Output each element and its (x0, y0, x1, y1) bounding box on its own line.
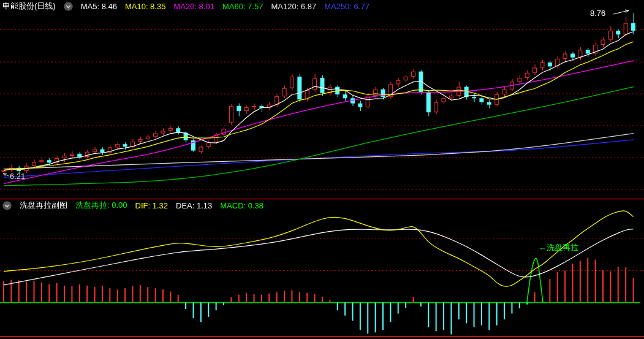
xipan-zaila-value: 洗盘再拉: 0.00 (75, 200, 127, 211)
main-chart-header: 申能股份(日线) MA5: 8.46 MA10: 8.35 MA20: 8.01… (2, 0, 369, 12)
ma20-value: MA20: 8.01 (173, 2, 214, 11)
sub-chart-header: 洗盘再拉副图 洗盘再拉: 0.00 DIF: 1.32 DEA: 1.13 MA… (2, 199, 263, 211)
chart-canvas[interactable] (0, 0, 644, 339)
ma120-value: MA120: 6.87 (271, 2, 316, 11)
stock-title: 申能股份(日线) (2, 1, 56, 12)
ma60-value: MA60: 7.57 (222, 2, 263, 11)
lowest-price-label: 6.21 (10, 172, 25, 180)
macd-value: MACD: 0.38 (220, 201, 263, 210)
dea-value: DEA: 1.13 (176, 201, 212, 210)
ma5-value: MA5: 8.46 (81, 2, 117, 11)
trading-app-window: 申能股份(日线) MA5: 8.46 MA10: 8.35 MA20: 8.01… (0, 0, 644, 339)
collapse-chevron-icon[interactable] (64, 2, 73, 11)
highest-price-label: 8.76 (590, 9, 605, 17)
signal-annotation-label: ←洗盘再拉 (539, 243, 578, 251)
sub-indicator-title: 洗盘再拉副图 (20, 200, 67, 211)
collapse-chevron-icon[interactable] (2, 201, 12, 210)
ma10-value: MA10: 8.35 (125, 2, 166, 11)
ma250-value: MA250: 6.77 (324, 2, 369, 11)
dif-value: DIF: 1.32 (135, 201, 168, 210)
